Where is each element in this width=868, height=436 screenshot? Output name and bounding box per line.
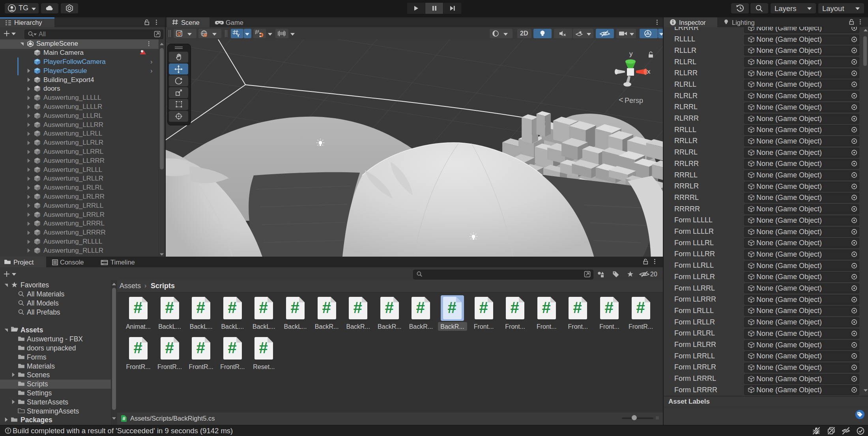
svg-text:#: # [228, 339, 236, 356]
svg-text:#: # [259, 339, 268, 356]
svg-text:#: # [196, 299, 205, 316]
svg-text:#: # [604, 299, 613, 316]
svg-text:#: # [133, 299, 142, 316]
svg-text:#: # [511, 299, 519, 316]
svg-text:#: # [196, 339, 205, 356]
svg-text:#: # [416, 299, 425, 316]
svg-text:#: # [447, 299, 456, 316]
svg-text:#: # [165, 339, 174, 356]
svg-text:#: # [165, 299, 174, 316]
svg-text:#: # [122, 416, 125, 421]
svg-text:y: y [629, 50, 633, 58]
svg-text:#: # [479, 299, 488, 316]
svg-text:#: # [133, 339, 142, 356]
svg-text:#: # [354, 299, 362, 316]
svg-text:#: # [290, 299, 299, 316]
svg-text:#: # [573, 299, 582, 316]
svg-text:#: # [385, 299, 393, 316]
svg-text:#: # [542, 299, 550, 316]
svg-text:x: x [647, 68, 651, 75]
svg-text:#: # [322, 299, 331, 316]
svg-text:<: < [619, 95, 623, 104]
svg-text:Persp: Persp [625, 97, 643, 104]
svg-text:#: # [636, 299, 645, 316]
svg-text:#: # [228, 299, 236, 316]
svg-text:#: # [259, 299, 268, 316]
svg-text:Y: Y [237, 33, 240, 37]
